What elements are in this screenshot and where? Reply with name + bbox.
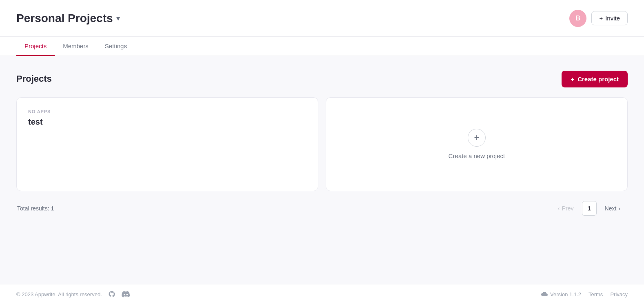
copyright: © 2023 Appwrite. All rights reserved.	[16, 291, 102, 297]
section-title: Projects	[16, 74, 52, 84]
total-results: Total results: 1	[17, 205, 54, 212]
tab-projects[interactable]: Projects	[16, 37, 55, 56]
current-page: 1	[582, 201, 597, 216]
footer: © 2023 Appwrite. All rights reserved. Ve…	[0, 284, 644, 304]
card-app-count: NO APPS	[28, 109, 306, 114]
pagination-row: Total results: 1 ‹ Prev 1 Next ›	[16, 201, 628, 216]
invite-plus-icon: +	[599, 15, 603, 22]
new-project-plus-icon: +	[468, 129, 486, 147]
prev-button[interactable]: ‹ Prev	[551, 202, 580, 215]
create-project-label: Create project	[577, 76, 619, 83]
discord-icon[interactable]	[122, 290, 130, 298]
terms-link[interactable]: Terms	[588, 291, 603, 297]
header-left: Personal Projects ▾	[16, 12, 120, 25]
prev-label: Prev	[562, 205, 574, 212]
main-content: Projects + Create project NO APPS test +…	[0, 56, 644, 284]
footer-left: © 2023 Appwrite. All rights reserved.	[16, 290, 130, 298]
cloud-icon	[541, 291, 548, 297]
create-project-button[interactable]: + Create project	[562, 71, 628, 87]
header: Personal Projects ▾ B + Invite	[0, 0, 644, 37]
create-plus-icon: +	[571, 76, 574, 83]
next-label: Next	[605, 205, 617, 212]
avatar: B	[569, 10, 586, 27]
header-right: B + Invite	[569, 10, 628, 27]
version-label: Version 1.1.2	[550, 291, 581, 297]
version-badge: Version 1.1.2	[541, 291, 581, 297]
invite-label: Invite	[605, 15, 620, 22]
github-icon[interactable]	[108, 290, 116, 298]
tab-settings[interactable]: Settings	[97, 37, 135, 56]
next-button[interactable]: Next ›	[598, 202, 627, 215]
invite-button[interactable]: + Invite	[591, 11, 628, 25]
new-project-label: Create a new project	[449, 152, 505, 159]
tabs-bar: Projects Members Settings	[0, 37, 644, 56]
pagination-controls: ‹ Prev 1 Next ›	[551, 201, 627, 216]
card-project-name: test	[28, 117, 306, 127]
section-header: Projects + Create project	[16, 71, 628, 87]
new-project-card[interactable]: + Create a new project	[326, 97, 628, 191]
next-chevron-icon: ›	[618, 205, 620, 212]
page-title: Personal Projects	[16, 12, 113, 25]
project-card[interactable]: NO APPS test	[16, 97, 318, 191]
chevron-down-icon[interactable]: ▾	[116, 14, 120, 23]
projects-grid: NO APPS test + Create a new project	[16, 97, 628, 191]
privacy-link[interactable]: Privacy	[610, 291, 628, 297]
prev-chevron-icon: ‹	[558, 205, 560, 212]
tab-members[interactable]: Members	[55, 37, 97, 56]
footer-right: Version 1.1.2 Terms Privacy	[541, 291, 628, 297]
